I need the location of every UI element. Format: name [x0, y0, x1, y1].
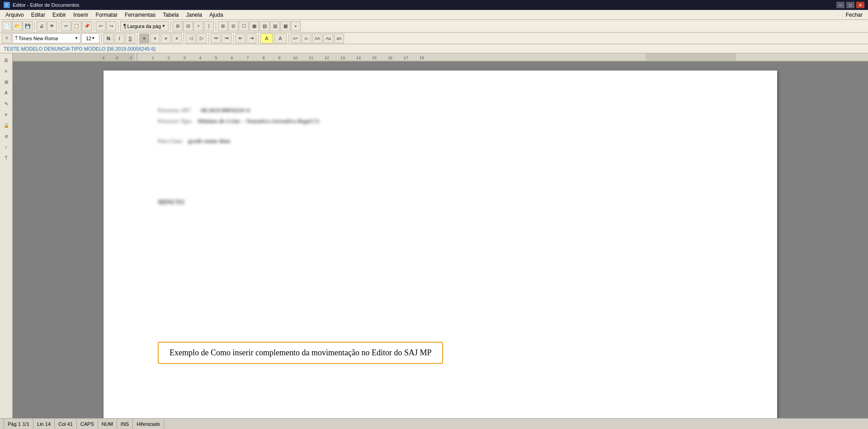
blurred-process-label: Processo: 007: [158, 107, 191, 113]
col-view-button[interactable]: |: [204, 21, 214, 31]
font-name-selector[interactable]: T Times New Roma ▼: [13, 33, 80, 43]
status-col: Col 41: [55, 419, 77, 429]
menu-arquivo[interactable]: Arquivo: [2, 11, 28, 19]
menu-inserir[interactable]: Inserir: [70, 11, 92, 19]
page-width-button[interactable]: ¶ Largura da pág ▼: [120, 21, 169, 31]
bold-button[interactable]: N: [104, 33, 113, 43]
misc-btn7[interactable]: ▩: [280, 21, 290, 31]
font-grow-button[interactable]: A+: [291, 33, 301, 43]
misc-btn4[interactable]: ▦: [249, 21, 259, 31]
sidebar-icon-3[interactable]: ⊞: [1, 77, 11, 87]
align-left-button[interactable]: ≡: [139, 33, 149, 43]
font-icon-button[interactable]: T: [2, 33, 12, 43]
misc-btn5[interactable]: ▧: [259, 21, 269, 31]
breadcrumb-text[interactable]: TESTE MODELO DENUNCIA TIPO MODELO [08.20…: [4, 46, 156, 52]
text-indent-button[interactable]: ⇥: [246, 33, 256, 43]
sidebar-icon-7[interactable]: 🔒: [1, 120, 11, 130]
status-caps: CAPS: [77, 419, 98, 429]
font-color-button[interactable]: A: [274, 33, 287, 43]
title-bar-left: E Editor - Editor de Documentos: [4, 2, 79, 8]
status-ins: INS: [117, 419, 133, 429]
underline-button[interactable]: S: [125, 33, 135, 43]
indent-decrease-button[interactable]: ◁: [186, 33, 196, 43]
sidebar-icon-2[interactable]: ≡: [1, 66, 11, 76]
sidebar-icon-10[interactable]: T: [1, 153, 11, 163]
status-ins-label: INS: [121, 421, 129, 427]
sidebar-icon-8[interactable]: ⊘: [1, 131, 11, 141]
print-button[interactable]: 🖨: [37, 21, 47, 31]
sidebar-icon-1[interactable]: ☰: [1, 55, 11, 65]
sidebar-icon-9[interactable]: ↕: [1, 142, 11, 152]
misc-btn3[interactable]: ☐: [239, 21, 249, 31]
menu-editar[interactable]: Editar: [28, 11, 49, 19]
list-view-button[interactable]: ⊟: [183, 21, 193, 31]
align-center-button[interactable]: ≡: [150, 33, 160, 43]
misc-btn2[interactable]: ⊟: [228, 21, 238, 31]
grid-view-button[interactable]: +: [193, 21, 203, 31]
sidebar-icon-5[interactable]: ✎: [1, 99, 11, 108]
save-button[interactable]: 💾: [23, 21, 33, 31]
table-view-button[interactable]: ⊞: [173, 21, 183, 31]
svg-text:10: 10: [293, 56, 297, 60]
menu-exibir[interactable]: Exibir: [49, 11, 70, 19]
menu-ferramentas[interactable]: Ferramentas: [121, 11, 159, 19]
new-button[interactable]: 📄: [2, 21, 12, 31]
misc-btn6[interactable]: ▨: [270, 21, 280, 31]
fechar-button[interactable]: Fechar: [842, 11, 866, 19]
paste-button[interactable]: 📌: [82, 21, 92, 31]
svg-rect-3: [646, 53, 736, 61]
maximize-button[interactable]: □: [846, 2, 854, 8]
copy-button[interactable]: 📋: [71, 21, 81, 31]
menu-tabela[interactable]: Tabela: [159, 11, 182, 19]
svg-text:15: 15: [372, 56, 377, 60]
svg-text:13: 13: [340, 56, 345, 60]
svg-text:6: 6: [231, 56, 233, 60]
menu-ajuda[interactable]: Ajuda: [206, 11, 227, 19]
sep-fmt2: [137, 34, 137, 43]
svg-text:16: 16: [388, 56, 392, 60]
minimize-button[interactable]: ─: [836, 2, 844, 8]
indent-increase-button[interactable]: ▷: [197, 33, 207, 43]
special-button[interactable]: aA: [334, 33, 344, 43]
title-bar-title: Editor - Editor de Documentos: [13, 2, 79, 8]
align-right-button[interactable]: ≡: [161, 33, 171, 43]
misc-btn1[interactable]: ⊞: [218, 21, 228, 31]
font-size-value: 12: [86, 36, 91, 41]
font-shrink-button[interactable]: A-: [302, 33, 311, 43]
list-unordered-button[interactable]: ≔: [211, 33, 221, 43]
status-page: Pág 1 1/1: [4, 419, 33, 429]
font-name-arrow: ▼: [75, 36, 78, 40]
caps-button[interactable]: AA: [312, 33, 322, 43]
menu-janela[interactable]: Janela: [183, 11, 206, 19]
left-sidebar: ☰ ≡ ⊞ A ✎ ≡ 🔒 ⊘ ↕ T: [0, 53, 13, 418]
cut-button[interactable]: ✂: [61, 21, 71, 31]
misc-btn8[interactable]: ▪: [291, 21, 301, 31]
status-num-label: NUM: [102, 421, 113, 427]
open-button[interactable]: 📂: [12, 21, 22, 31]
case-button[interactable]: Aa: [323, 33, 333, 43]
font-size-selector[interactable]: 12 ▼: [81, 33, 99, 43]
close-button[interactable]: ✕: [856, 2, 864, 8]
page-width-label: Largura da pág: [127, 24, 161, 29]
blurred-processo-tipo-label: Processo Tipo:: [158, 118, 193, 124]
highlight-button[interactable]: A: [260, 33, 273, 43]
undo-button[interactable]: ↩: [96, 21, 106, 31]
menu-formatar[interactable]: Formatar: [92, 11, 121, 19]
svg-text:4: 4: [199, 56, 201, 60]
document-scroll-area[interactable]: Processo: 007 08.2019.00056245-6 Process…: [13, 61, 868, 418]
svg-text:-1: -1: [101, 56, 105, 60]
list-ordered-button[interactable]: ≔: [222, 33, 231, 43]
highlight-text-box: Exemplo de Como inserir complemento da m…: [158, 342, 443, 364]
document-page: Processo: 007 08.2019.00056245-6 Process…: [104, 71, 777, 418]
svg-text:5: 5: [215, 56, 217, 60]
outdent-button[interactable]: ⇤: [236, 33, 245, 43]
redo-button[interactable]: ↪: [106, 21, 116, 31]
sidebar-icon-6[interactable]: ≡: [1, 109, 11, 119]
align-justify-button[interactable]: ≡: [172, 33, 182, 43]
preview-button[interactable]: 👁: [47, 21, 57, 31]
status-hifenizado: Hifenizado: [133, 419, 164, 429]
svg-text:-2: -2: [115, 56, 118, 60]
sep4: [118, 22, 118, 31]
sidebar-icon-4[interactable]: A: [1, 88, 11, 98]
italic-button[interactable]: I: [114, 33, 124, 43]
